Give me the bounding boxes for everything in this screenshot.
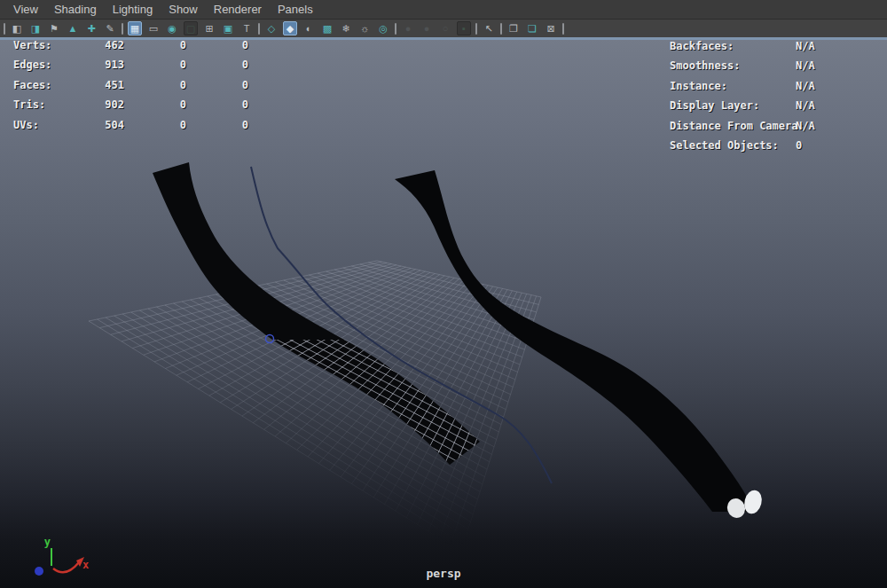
resolution-gate-icon[interactable]: ◉ <box>165 21 179 35</box>
menu-panels[interactable]: Panels <box>270 1 321 18</box>
textured-icon[interactable]: ▩ <box>320 21 334 35</box>
hud-label: Smoothness: <box>670 59 740 72</box>
hud-value: 451 <box>75 79 124 91</box>
camera-manipulator-icon[interactable]: ✚ <box>84 21 98 35</box>
safe-title-icon[interactable]: T <box>239 21 254 35</box>
panel-toolbar: ◧ ◨ ⚑ ▲ ✚ ✎ ▦ ▭ ◉ ▢ ⊞ ▣ T ◇ ◆ ◐ ▩ ❄ ☼ ◎ … <box>0 20 887 37</box>
hud-row: Backfaces:N/A <box>670 40 887 59</box>
hud-row: Faces:45100 <box>0 79 266 98</box>
hud-value: 0 <box>186 119 248 131</box>
camera-name-label: persp <box>0 567 887 580</box>
hud-label: Display Layer: <box>670 99 759 112</box>
isolate-add-icon[interactable]: ❏ <box>525 21 539 35</box>
lock-camera-icon[interactable]: ◨ <box>28 21 43 35</box>
hud-value: 0 <box>124 79 186 91</box>
menu-shading[interactable]: Shading <box>46 1 105 18</box>
gate-mask-icon[interactable]: ▢ <box>184 21 198 35</box>
field-chart-icon[interactable]: ⊞ <box>202 21 216 35</box>
image-plane-icon[interactable]: ▲ <box>66 21 80 35</box>
wireframe-icon[interactable]: ◇ <box>264 21 279 35</box>
hud-value: 0 <box>186 59 248 71</box>
hud-row: Display Layer:N/A <box>670 99 887 119</box>
menu-renderer[interactable]: Renderer <box>206 1 270 18</box>
ground-plane-grid <box>89 261 541 552</box>
hud-row: UVs:50400 <box>0 119 266 138</box>
menu-view[interactable]: View <box>5 1 46 18</box>
hud-value: 0 <box>186 79 248 91</box>
shaded-wireframe-icon[interactable]: ◐ <box>302 21 316 35</box>
use-all-lights-icon[interactable]: ❄ <box>339 21 353 35</box>
hud-row: Smoothness:N/A <box>670 59 887 79</box>
backface-culling-icon[interactable]: ○ <box>438 21 452 35</box>
viewport-canvas[interactable]: y x Verts:46200 Edges:91300 Faces:45100 … <box>0 37 887 588</box>
hud-label: Faces: <box>13 79 51 91</box>
isolate-view-icon[interactable]: ❐ <box>506 21 521 35</box>
hud-poly-count: Verts:46200 Edges:91300 Faces:45100 Tris… <box>0 39 266 138</box>
hud-object-details: Backfaces:N/A Smoothness:N/A Instance:N/… <box>670 40 887 159</box>
hud-value: 0 <box>124 119 186 131</box>
toolbar-separator <box>122 23 123 35</box>
hud-value: N/A <box>796 80 815 92</box>
toolbar-separator <box>475 23 477 35</box>
hud-row: Verts:46200 <box>0 39 266 59</box>
xray-icon[interactable]: ● <box>401 21 415 35</box>
hud-label: UVs: <box>13 119 39 131</box>
bookmark-icon[interactable]: ⚑ <box>47 21 61 35</box>
hud-value: 504 <box>75 119 124 131</box>
hud-value: 0 <box>124 59 186 71</box>
hud-value: N/A <box>796 99 815 112</box>
axis-y-label: y <box>44 536 51 548</box>
hud-value: 0 <box>186 39 248 51</box>
toolbar-separator <box>562 23 564 35</box>
hud-row: Distance From Camera:N/A <box>670 120 887 139</box>
panel-menubar: View Shading Lighting Show Renderer Pane… <box>0 0 887 20</box>
maya-panel-window: View Shading Lighting Show Renderer Pane… <box>0 0 887 588</box>
hud-value: 0 <box>796 139 802 152</box>
smooth-shade-icon[interactable]: ◆ <box>283 21 297 35</box>
hud-value: 462 <box>75 39 124 51</box>
hud-label: Tris: <box>13 98 45 111</box>
safe-action-icon[interactable]: ▣ <box>221 21 235 35</box>
snapshot-icon[interactable]: ⊠ <box>544 21 558 35</box>
hud-value: N/A <box>796 59 815 72</box>
hud-label: Edges: <box>13 59 51 71</box>
hud-row: Instance:N/A <box>670 80 887 99</box>
hud-value: 913 <box>75 59 124 71</box>
grid-display-icon[interactable]: ▦ <box>128 21 142 35</box>
hud-value: 0 <box>124 39 186 51</box>
hud-value: N/A <box>796 40 815 52</box>
default-lighting-icon[interactable]: ☼ <box>357 21 372 35</box>
toolbar-separator <box>395 23 396 35</box>
select-camera-icon[interactable]: ◧ <box>10 21 24 35</box>
hud-label: Distance From Camera: <box>670 120 805 132</box>
hud-label: Selected Objects: <box>670 139 779 152</box>
hud-label: Verts: <box>13 39 51 51</box>
hud-label: Instance: <box>670 80 727 92</box>
hud-row: Edges:91300 <box>0 59 266 78</box>
hud-value: 0 <box>186 98 248 111</box>
toolbar-separator <box>4 23 5 35</box>
hud-value: N/A <box>796 120 815 132</box>
hud-row: Selected Objects:0 <box>670 139 887 159</box>
toolbar-separator <box>258 23 260 35</box>
hud-label: Backfaces: <box>670 40 734 52</box>
pencil-icon[interactable]: ✎ <box>103 21 117 35</box>
select-tool-icon[interactable]: ↖ <box>482 21 496 35</box>
menu-show[interactable]: Show <box>161 1 206 18</box>
hud-value: 0 <box>124 98 186 111</box>
hud-value: 902 <box>75 98 124 111</box>
hud-row: Tris:90200 <box>0 98 266 118</box>
spotlight-icon[interactable]: ◎ <box>376 21 390 35</box>
film-gate-icon[interactable]: ▭ <box>146 21 161 35</box>
toolbar-separator <box>500 23 502 35</box>
xray-joints-icon[interactable]: ● <box>420 21 434 35</box>
menu-lighting[interactable]: Lighting <box>105 1 161 18</box>
default-material-icon[interactable]: ▪ <box>457 21 471 35</box>
